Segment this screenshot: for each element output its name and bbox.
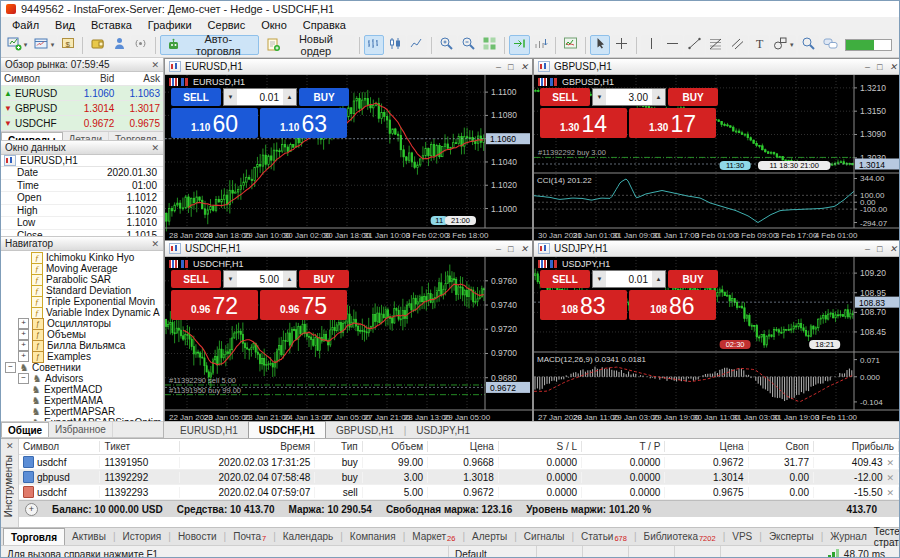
- column-header-S / L[interactable]: S / L: [499, 441, 582, 452]
- position-row-11391950[interactable]: usdchf113919502020.02.03 17:31:25buy99.0…: [19, 455, 899, 470]
- toolbox-tab-Активы[interactable]: Активы: [65, 528, 113, 545]
- accounts-button[interactable]: [109, 35, 130, 55]
- toolbox-vertical-tab[interactable]: Инструменты: [3, 455, 14, 517]
- menu-item-Вид[interactable]: Вид: [47, 19, 83, 31]
- menu-item-Справка[interactable]: Справка: [295, 19, 354, 31]
- position-row-11392293[interactable]: usdchf113922932020.02.04 07:59:07sell5.0…: [19, 485, 899, 500]
- market-watch-row-EURUSD[interactable]: ▲EURUSD1.10601.1063: [1, 86, 163, 101]
- toolbox-tab-Торговля[interactable]: Торговля: [3, 528, 65, 545]
- buy-price[interactable]: 1.1063: [260, 108, 347, 138]
- volume-stepper[interactable]: ▼0.01▲: [223, 88, 297, 106]
- tree-item-Moving-Average[interactable]: ƒMoving Average: [1, 263, 163, 274]
- tree-item-Осцилляторы[interactable]: +ƒОсцилляторы: [1, 318, 163, 329]
- menu-item-Вставка[interactable]: Вставка: [83, 19, 140, 31]
- volume-decrease-icon[interactable]: ▼: [224, 271, 237, 287]
- tree-item-Advisors[interactable]: −♞Advisors: [1, 373, 163, 384]
- chart-tab-USDCHF,H1[interactable]: USDCHF,H1: [248, 421, 326, 438]
- new-order-button[interactable]: Новый ордер: [260, 35, 354, 55]
- chat-button[interactable]: [820, 35, 841, 55]
- chart-window-titlebar-eurusd[interactable]: EURUSD,H1–□✕: [165, 59, 532, 75]
- chart-window-titlebar-usdchf[interactable]: USDCHF,H1–□✕: [165, 241, 532, 257]
- horizontal-line-button[interactable]: [662, 35, 683, 55]
- volume-stepper[interactable]: ▼0.01▲: [592, 270, 666, 288]
- volume-increase-icon[interactable]: ▲: [283, 271, 296, 287]
- column-header-Объем[interactable]: Объем: [363, 441, 428, 452]
- buy-button[interactable]: BUY: [299, 88, 349, 106]
- sell-price[interactable]: 10883: [540, 290, 627, 320]
- maximize-icon[interactable]: □: [877, 244, 882, 254]
- menu-item-Графики[interactable]: Графики: [140, 19, 200, 31]
- sell-price[interactable]: 1.3014: [540, 108, 627, 138]
- toolbox-tab-История[interactable]: История: [115, 528, 168, 545]
- chart-canvas-usdjpy[interactable]: 109.20108.95108.70108.45108.8302:3018:21…: [534, 257, 900, 423]
- close-icon[interactable]: ✕: [151, 60, 159, 70]
- close-position-icon[interactable]: ✕: [886, 488, 894, 498]
- toolbox-tab-Библиотека[interactable]: Библиотека7202: [637, 528, 723, 545]
- toolbox-tab-Почта[interactable]: Почта7: [226, 528, 273, 545]
- tree-item-ExpertMACD[interactable]: ♞ExpertMACD: [1, 384, 163, 395]
- tile-windows-button[interactable]: [479, 35, 500, 55]
- chart-canvas-usdchf[interactable]: 0.97600.97400.97200.97000.9680#11392290 …: [165, 257, 532, 423]
- sell-button[interactable]: SELL: [540, 270, 590, 288]
- toolbox-tab-Компания[interactable]: Компания: [343, 528, 403, 545]
- tree-item-Объемы[interactable]: +ƒОбъемы: [1, 329, 163, 340]
- close-icon[interactable]: ✕: [151, 143, 159, 153]
- column-header-Своп[interactable]: Своп: [749, 441, 814, 452]
- tree-item-ExpertMAMA[interactable]: ♞ExpertMAMA: [1, 395, 163, 406]
- minimize-icon[interactable]: –: [496, 244, 501, 254]
- line-chart-button[interactable]: [407, 35, 428, 55]
- navigator-tab-Общие[interactable]: Общие: [1, 422, 49, 437]
- profiles-button[interactable]: ▾: [31, 35, 57, 55]
- chart-canvas-gbpusd[interactable]: 1.32101.31501.30901.3030#11392292 buy 3.…: [534, 75, 900, 241]
- toolbox-tab-VPS[interactable]: VPS: [725, 528, 759, 545]
- column-header-Цена[interactable]: Цена: [428, 441, 499, 452]
- buy-price[interactable]: 1.3017: [629, 108, 716, 138]
- status-profile[interactable]: Default: [449, 546, 537, 558]
- close-icon[interactable]: ✕: [520, 244, 528, 254]
- market-watch-row-USDCHF[interactable]: ▼USDCHF0.96720.9675: [1, 116, 163, 131]
- equidistant-channel-button[interactable]: [727, 35, 748, 55]
- shapes-button[interactable]: ▾: [770, 35, 796, 55]
- volume-increase-icon[interactable]: ▲: [652, 89, 665, 105]
- close-position-icon[interactable]: ✕: [886, 473, 894, 483]
- toolbox-tab-Маркет[interactable]: Маркет26: [405, 528, 462, 545]
- collapse-icon[interactable]: −: [18, 373, 29, 384]
- market-watch-tab-Торговля[interactable]: Торговля: [109, 132, 163, 141]
- position-row-11392292[interactable]: gbpusd113922922020.02.04 07:58:48buy3.00…: [19, 470, 899, 485]
- column-header-Время[interactable]: Время: [180, 441, 315, 452]
- tree-item-Parabolic-SAR[interactable]: ƒParabolic SAR: [1, 274, 163, 285]
- volume-stepper[interactable]: ▼5.00▲: [223, 270, 297, 288]
- market-watch-tab-Символы[interactable]: Символы: [1, 132, 63, 141]
- chart-tab-GBPUSD,H1[interactable]: GBPUSD,H1: [326, 423, 404, 438]
- chart-window-titlebar-usdjpy[interactable]: USDJPY,H1–□✕: [534, 241, 900, 257]
- maximize-icon[interactable]: □: [877, 62, 882, 72]
- sell-button[interactable]: SELL: [171, 270, 221, 288]
- new-chart-button[interactable]: ▾: [4, 35, 30, 55]
- maximize-icon[interactable]: □: [508, 62, 513, 72]
- tree-item-ExpertMAPSAR[interactable]: ♞ExpertMAPSAR: [1, 406, 163, 417]
- volume-decrease-icon[interactable]: ▼: [593, 271, 606, 287]
- tree-item-Examples[interactable]: +ƒExamples: [1, 351, 163, 362]
- close-icon[interactable]: ✕: [520, 62, 528, 72]
- column-header-Цена[interactable]: Цена: [665, 441, 748, 452]
- zoom-in-button[interactable]: [436, 35, 457, 55]
- volume-increase-icon[interactable]: ▲: [652, 271, 665, 287]
- column-header-T / P[interactable]: T / P: [582, 441, 665, 452]
- maximize-icon[interactable]: □: [508, 244, 513, 254]
- expand-icon[interactable]: +: [25, 503, 38, 516]
- tree-item-Ichimoku-Kinko-Hyo[interactable]: ƒIchimoku Kinko Hyo: [1, 252, 163, 263]
- shift-end-button[interactable]: [509, 35, 530, 55]
- close-icon[interactable]: ✕: [151, 239, 159, 249]
- signals-button[interactable]: [131, 35, 152, 55]
- toolbox-tab-Новости[interactable]: Новости: [171, 528, 224, 545]
- toolbox-tab-Статьи[interactable]: Статьи678: [574, 528, 634, 545]
- expand-icon[interactable]: +: [18, 318, 29, 329]
- zoom-out-button[interactable]: [458, 35, 479, 55]
- close-icon[interactable]: ✕: [889, 244, 897, 254]
- search-button[interactable]: [798, 35, 819, 55]
- minimize-icon[interactable]: –: [865, 62, 870, 72]
- tree-item-Советники[interactable]: −♞Советники: [1, 362, 163, 373]
- toolbox-tab-Алерты[interactable]: Алерты: [465, 528, 514, 545]
- cursor-button[interactable]: [590, 35, 611, 55]
- sell-button[interactable]: SELL: [171, 88, 221, 106]
